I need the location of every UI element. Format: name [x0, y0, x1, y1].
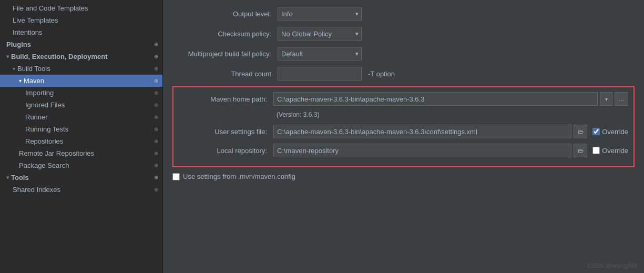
sidebar-item-importing-label: Importing	[25, 89, 54, 97]
local-repo-input[interactable]	[273, 144, 571, 157]
expand-icon-package-search: ⊕	[154, 163, 158, 168]
local-repo-label: Local repository:	[179, 147, 273, 155]
sidebar-item-live-templates[interactable]: Live Templates	[0, 14, 162, 26]
user-settings-input[interactable]	[273, 125, 571, 138]
sidebar-item-runner[interactable]: Runner ⊕	[0, 111, 162, 123]
local-repo-override-label: Override	[602, 147, 628, 155]
sidebar-item-plugins-label: Plugins	[6, 41, 31, 48]
sidebar-item-maven-label: Maven	[24, 77, 44, 85]
sidebar-item-tools[interactable]: ▾ Tools ⊕	[0, 171, 162, 184]
multiproject-fail-select[interactable]: Default Always AtEnd Never	[278, 47, 362, 60]
arrow-build-exec: ▾	[6, 54, 9, 59]
checksum-policy-label: Checksum policy:	[172, 30, 278, 38]
output-level-row: Output level: Info Debug Warn Error	[172, 6, 635, 21]
expand-icon-shared-indexes: ⊕	[154, 187, 158, 193]
arrow-maven: ▾	[19, 78, 22, 84]
sidebar-item-ignored-files-label: Ignored Files	[25, 101, 65, 109]
expand-icon-ignored-files: ⊕	[154, 102, 158, 108]
expand-icon-repositories: ⊕	[154, 138, 158, 144]
local-repo-path-wrapper: 🗁 Override	[273, 144, 628, 157]
sidebar-item-shared-indexes[interactable]: Shared Indexes ⊕	[0, 184, 162, 196]
multiproject-fail-label: Multiproject build fail policy:	[172, 50, 278, 58]
sidebar-item-running-tests[interactable]: Running Tests ⊕	[0, 123, 162, 135]
t-option-label: -T option	[368, 70, 395, 78]
maven-home-label: Maven home path:	[179, 95, 273, 103]
sidebar-item-remote-jar-label: Remote Jar Repositories	[19, 149, 94, 157]
expand-icon-runner: ⊕	[154, 114, 158, 120]
sidebar: File and Code Templates Live Templates I…	[0, 0, 163, 273]
multiproject-fail-select-wrapper[interactable]: Default Always AtEnd Never	[278, 47, 362, 60]
output-level-select[interactable]: Info Debug Warn Error	[278, 7, 362, 21]
thread-count-label: Thread count	[172, 70, 278, 78]
use-settings-row: Use settings from .mvn/maven.config	[172, 173, 635, 180]
local-repo-override-checkbox[interactable]	[592, 147, 600, 154]
user-settings-row: User settings file: 🗁 Override	[179, 124, 628, 139]
arrow-build-tools: ▾	[13, 66, 15, 72]
maven-home-dropdown-btn[interactable]: ▾	[600, 92, 612, 106]
user-settings-override-wrapper: Override	[592, 128, 628, 136]
sidebar-item-maven[interactable]: ▾ Maven ⊕	[0, 75, 162, 87]
use-settings-checkbox[interactable]	[172, 173, 180, 180]
use-settings-label: Use settings from .mvn/maven.config	[183, 173, 295, 180]
sidebar-item-remote-jar-repositories[interactable]: Remote Jar Repositories ⊕	[0, 147, 162, 159]
sidebar-item-package-search[interactable]: Package Search ⊕	[0, 159, 162, 171]
expand-icon-plugins: ⊕	[154, 42, 158, 47]
output-level-select-wrapper[interactable]: Info Debug Warn Error	[278, 7, 362, 21]
sidebar-item-intentions-label: Intentions	[13, 28, 42, 36]
maven-home-browse-btn[interactable]: …	[615, 92, 628, 106]
expand-icon-running-tests: ⊕	[154, 126, 158, 132]
sidebar-item-repositories[interactable]: Repositories ⊕	[0, 135, 162, 147]
sidebar-item-repositories-label: Repositories	[25, 137, 63, 145]
user-settings-browse-btn[interactable]: 🗁	[574, 125, 587, 138]
user-settings-override-checkbox[interactable]	[592, 128, 600, 135]
maven-paths-box: Maven home path: ▾ … (Version: 3.6.3) Us…	[172, 86, 635, 167]
user-settings-path-wrapper: 🗁 Override	[273, 125, 628, 138]
sidebar-item-ignored-files[interactable]: Ignored Files ⊕	[0, 99, 162, 111]
sidebar-item-live-templates-label: Live Templates	[13, 16, 58, 24]
sidebar-item-running-tests-label: Running Tests	[25, 125, 68, 133]
multiproject-fail-control: Default Always AtEnd Never	[278, 47, 635, 60]
output-level-label: Output level:	[172, 10, 278, 18]
local-repo-override-wrapper: Override	[592, 147, 628, 155]
user-settings-label: User settings file:	[179, 128, 273, 136]
sidebar-item-shared-indexes-label: Shared Indexes	[13, 186, 60, 194]
expand-icon-tools: ⊕	[154, 175, 158, 180]
sidebar-item-build-tools-label: Build Tools	[17, 65, 50, 73]
maven-version-row: (Version: 3.6.3)	[179, 110, 628, 121]
sidebar-item-tools-label: Tools	[11, 174, 29, 181]
sidebar-item-intentions[interactable]: Intentions	[0, 26, 162, 38]
checksum-policy-control: No Global Policy Fail Warn Ignore	[278, 27, 635, 41]
sidebar-item-file-code-templates[interactable]: File and Code Templates	[0, 2, 162, 14]
thread-count-input[interactable]	[278, 67, 362, 80]
local-repo-browse-btn[interactable]: 🗁	[574, 144, 587, 157]
expand-icon-build-exec: ⊕	[154, 54, 158, 59]
output-level-control: Info Debug Warn Error	[278, 7, 635, 21]
checksum-policy-select[interactable]: No Global Policy Fail Warn Ignore	[278, 27, 362, 41]
checksum-policy-row: Checksum policy: No Global Policy Fail W…	[172, 26, 635, 41]
thread-count-control: -T option	[278, 67, 635, 80]
sidebar-item-build-exec-label: Build, Execution, Deployment	[11, 53, 107, 60]
main-content: Output level: Info Debug Warn Error Chec…	[163, 0, 644, 273]
sidebar-item-build-execution-deployment[interactable]: ▾ Build, Execution, Deployment ⊕	[0, 50, 162, 63]
maven-home-path-wrapper: ▾ …	[273, 92, 628, 106]
maven-home-input[interactable]	[273, 92, 598, 106]
sidebar-item-importing[interactable]: Importing ⊕	[0, 87, 162, 99]
watermark: CSDN @wming666	[587, 262, 638, 269]
sidebar-item-package-search-label: Package Search	[19, 161, 69, 169]
sidebar-item-file-code-templates-label: File and Code Templates	[13, 4, 88, 12]
arrow-tools: ▾	[6, 175, 9, 180]
sidebar-item-plugins[interactable]: Plugins ⊕	[0, 38, 162, 50]
maven-home-row: Maven home path: ▾ …	[179, 92, 628, 106]
expand-icon-importing: ⊕	[154, 90, 158, 96]
local-repo-row: Local repository: 🗁 Override	[179, 143, 628, 158]
checksum-policy-select-wrapper[interactable]: No Global Policy Fail Warn Ignore	[278, 27, 362, 41]
expand-icon-maven: ⊕	[154, 78, 158, 84]
sidebar-item-runner-label: Runner	[25, 113, 48, 121]
multiproject-fail-row: Multiproject build fail policy: Default …	[172, 46, 635, 61]
user-settings-override-label: Override	[602, 128, 628, 136]
maven-version-text: (Version: 3.6.3)	[273, 111, 319, 118]
expand-icon-build-tools: ⊕	[154, 66, 158, 72]
expand-icon-remote-jar: ⊕	[154, 150, 158, 156]
thread-count-row: Thread count -T option	[172, 66, 635, 81]
sidebar-item-build-tools[interactable]: ▾ Build Tools ⊕	[0, 63, 162, 75]
